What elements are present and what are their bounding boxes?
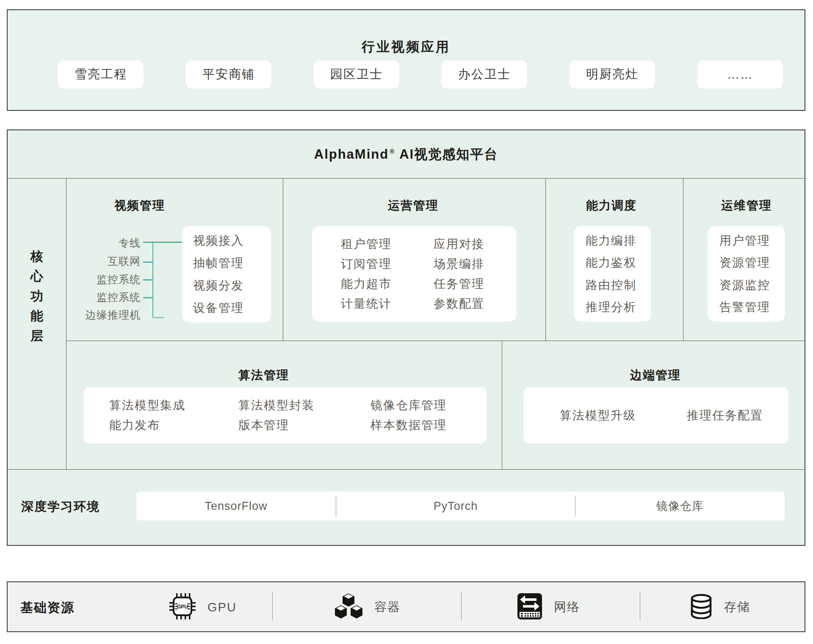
video-mgmt-item: 抽帧管理	[193, 255, 244, 271]
video-mgmt-item: 设备管理	[193, 300, 244, 316]
column-divider	[683, 179, 683, 341]
core-layer-label: 核 心 功 能 层	[30, 246, 43, 346]
app-chip-ellipsis: ……	[697, 61, 783, 88]
network-switch-icon	[517, 592, 543, 622]
ops-mgmt-item: 租户管理	[341, 236, 434, 252]
resource-storage-label: 存储	[724, 599, 750, 616]
connector-line-jiankong-2	[143, 297, 153, 298]
algo-mgmt-item: 能力发布	[109, 417, 238, 433]
video-source-label: 互联网	[108, 254, 141, 268]
resource-gpu-label: GPU	[207, 600, 237, 614]
ops-mgmt-item: 应用对接	[434, 236, 517, 252]
algo-mgmt-title: 算法管理	[238, 367, 289, 383]
dl-env-registry: 镜像仓库	[575, 492, 785, 520]
core-layer-char: 心	[30, 266, 43, 286]
core-layer-char: 能	[30, 306, 43, 326]
app-chip-xueliang: 雪亮工程	[58, 61, 144, 88]
dl-env-tensorflow: TensorFlow	[136, 492, 336, 520]
edge-mgmt-card: 算法模型升级 推理任务配置	[523, 387, 788, 443]
dl-env-bar: TensorFlow PyTorch 镜像仓库	[136, 492, 785, 520]
capability-item: 路由控制	[586, 277, 636, 293]
algo-mgmt-item: 算法模型集成	[109, 397, 238, 413]
resource-network: 网络	[517, 593, 580, 622]
core-function-grid: 核 心 功 能 层 视频管理 专线 互联网 监控系统	[8, 179, 805, 470]
platform-section: AlphaMind® AI视觉感知平台 核 心 功 能 层	[7, 129, 805, 546]
resource-gpu: GPU GPU	[169, 593, 237, 622]
industry-apps-title: 行业视频应用	[8, 38, 805, 56]
algo-mgmt-item: 算法模型封装	[238, 397, 371, 413]
registered-mark: ®	[390, 148, 395, 155]
dl-env-pytorch: PyTorch	[336, 492, 575, 520]
connector-line-jiankong-1	[143, 279, 153, 281]
resource-divider	[272, 592, 273, 620]
algo-mgmt-card: 算法模型集成 算法模型封装 镜像仓库管理 能力发布 版本管理 样本数据管理	[83, 387, 487, 443]
video-source-label: 监控系统	[97, 290, 141, 304]
svg-text:GPU: GPU	[177, 604, 188, 610]
storage-database-icon	[689, 594, 713, 621]
ops-mgmt-card: 租户管理 应用对接 订阅管理 场景编排 能力超市 任务管理 计量统计 参数配置	[312, 226, 517, 322]
edge-mgmt-item: 推理任务配置	[687, 407, 763, 424]
algo-mgmt-item: 镜像仓库管理	[371, 397, 487, 413]
video-mgmt-item: 视频分发	[193, 278, 244, 294]
ops-mgmt-item: 参数配置	[434, 296, 517, 312]
algo-mgmt-item: 版本管理	[238, 417, 371, 433]
connector-line-hulianwang	[143, 261, 153, 263]
platform-title-rest: AI视觉感知平台	[399, 146, 498, 163]
base-resources-label: 基础资源	[20, 599, 75, 616]
resource-container: 容器	[335, 593, 401, 622]
column-divider	[502, 341, 502, 469]
core-main-area: 视频管理 专线 互联网 监控系统 监控系统 边缘推理机 视频接入 抽帧	[66, 179, 805, 469]
video-mgmt-card: 视频接入 抽帧管理 视频分发 设备管理	[182, 226, 271, 322]
app-chip-pingan: 平安商铺	[186, 61, 271, 88]
ops-mgmt-item: 任务管理	[434, 276, 517, 292]
column-divider	[545, 179, 546, 341]
dl-env-label: 深度学习环境	[21, 498, 100, 515]
video-source-label: 专线	[119, 236, 141, 250]
ops-mgmt-item: 场景编排	[434, 256, 517, 272]
capability-item: 推理分析	[586, 299, 636, 315]
ops-mgmt-item: 能力超市	[341, 276, 434, 292]
core-layer-sidebar: 核 心 功 能 层	[8, 179, 66, 469]
om-mgmt-item: 资源管理	[719, 255, 770, 271]
resource-divider	[461, 592, 462, 620]
om-mgmt-item: 资源监控	[719, 277, 770, 293]
edge-mgmt-title: 边端管理	[630, 367, 681, 383]
video-mgmt-title: 视频管理	[114, 198, 165, 214]
architecture-diagram: 行业视频应用 雪亮工程 平安商铺 园区卫士 办公卫士 明厨亮灶 …… Alpha…	[0, 0, 813, 644]
capability-item: 能力编排	[586, 233, 636, 249]
dl-env-row: 深度学习环境 TensorFlow PyTorch 镜像仓库	[8, 470, 805, 546]
platform-brand: AlphaMind	[314, 147, 389, 162]
core-layer-char: 核	[30, 246, 43, 266]
capability-item: 能力鉴权	[586, 255, 636, 271]
algo-mgmt-item: 样本数据管理	[371, 417, 487, 433]
video-mgmt-item: 视频接入	[193, 233, 244, 249]
core-row-1: 视频管理 专线 互联网 监控系统 监控系统 边缘推理机 视频接入 抽帧	[66, 179, 805, 341]
om-mgmt-item: 告警管理	[719, 299, 770, 315]
connector-line-bianyuan	[152, 317, 164, 318]
resource-network-label: 网络	[554, 599, 580, 616]
capability-title: 能力调度	[586, 198, 637, 214]
core-layer-char: 功	[30, 286, 43, 306]
app-chip-yuanqu: 园区卫士	[314, 61, 399, 88]
gpu-chip-icon: GPU	[169, 592, 196, 622]
om-mgmt-card: 用户管理 资源管理 资源监控 告警管理	[708, 226, 785, 322]
container-cubes-icon	[335, 593, 363, 622]
resource-divider	[640, 592, 640, 620]
core-layer-char: 层	[30, 326, 43, 346]
ops-mgmt-item: 计量统计	[341, 296, 434, 312]
om-mgmt-item: 用户管理	[719, 233, 770, 249]
edge-mgmt-item: 算法模型升级	[560, 407, 636, 424]
column-divider	[283, 179, 283, 341]
app-chip-mingchu: 明厨亮灶	[570, 61, 655, 88]
core-row-2: 算法管理 算法模型集成 算法模型封装 镜像仓库管理 能力发布 版本管理 样本数据…	[66, 341, 805, 469]
video-source-label: 监控系统	[97, 272, 141, 286]
industry-apps-section: 行业视频应用 雪亮工程 平安商铺 园区卫士 办公卫士 明厨亮灶 ……	[7, 9, 805, 111]
capability-card: 能力编排 能力鉴权 路由控制 推理分析	[574, 226, 651, 322]
ops-mgmt-title: 运营管理	[388, 198, 439, 214]
app-chip-bangong: 办公卫士	[442, 61, 527, 88]
om-mgmt-title: 运维管理	[721, 198, 772, 214]
resource-storage: 存储	[689, 593, 750, 622]
ops-mgmt-item: 订阅管理	[341, 256, 434, 272]
base-resources-section: 基础资源	[7, 581, 805, 632]
connector-line-zhuanxian	[143, 242, 182, 243]
